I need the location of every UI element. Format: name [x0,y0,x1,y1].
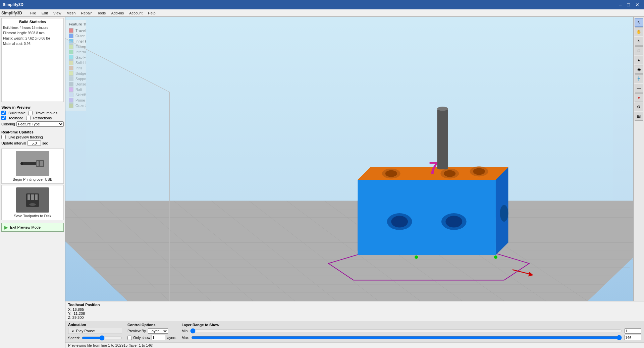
menu-file[interactable]: File [28,10,39,16]
menu-addins[interactable]: Add-Ins [108,10,126,16]
only-show-checkbox[interactable] [127,336,132,340]
bottom-panel: Toolhead Position X: 16.865 Y: -11.208 Z… [65,301,644,348]
toolhead-checkbox[interactable] [1,116,6,120]
min-spinbox[interactable] [625,328,641,334]
exit-preview-button[interactable]: ▶ Exit Preview Mode [1,223,64,232]
update-interval-label: Update interval [1,141,26,145]
minimize-button[interactable]: – [617,1,624,8]
travel-moves-checkbox[interactable] [28,111,33,115]
build-table-row: Build table Travel moves [1,111,64,115]
menu-tools[interactable]: Tools [95,10,109,16]
tool-settings[interactable]: ⚙ [635,103,643,111]
viewport-area: Preview Mode Feature Type Travel Outer P… [65,17,644,301]
retractions-checkbox[interactable] [26,116,31,120]
max-range-row: Max [182,335,641,340]
preview-by-row: Preview By Layer Feature [127,328,176,334]
svg-text:7: 7 [429,159,438,177]
toolhead-y: Y: -11.208 [68,311,641,315]
build-table-checkbox[interactable] [1,111,6,115]
window-controls: – □ ✕ [617,1,641,8]
svg-point-55 [473,168,485,175]
svg-rect-56 [437,109,448,169]
svg-rect-7 [31,194,34,200]
tool-line[interactable]: — [635,84,643,93]
realtime-updates-label: Real-time Updates [1,130,64,134]
toolhead-position-label: Toolhead Position [68,303,641,307]
svg-rect-2 [37,161,39,166]
layers-label: layers [166,336,176,340]
stat-filament: Filament length: 9398.8 mm [3,31,62,36]
menu-repair[interactable]: Repair [78,10,94,16]
close-button[interactable]: ✕ [633,1,641,8]
only-show-input[interactable] [152,335,165,340]
max-slider[interactable] [191,335,622,340]
menu-view[interactable]: View [51,10,64,16]
exit-preview-icon: ▶ [4,225,8,230]
tool-pan[interactable]: ✋ [635,27,643,36]
tool-view[interactable]: ▲ [635,56,643,64]
tool-box[interactable]: □ [635,46,643,55]
viewport[interactable]: Preview Mode Feature Type Travel Outer P… [65,17,633,301]
control-options-section: Control Options Preview By Layer Feature… [127,323,176,340]
show-in-preview-label: Show in Preview [1,105,64,109]
brand-label: Simplify3D [1,11,22,15]
tool-cross[interactable]: ╋ [635,74,643,83]
update-interval-input[interactable] [28,140,41,146]
only-show-label: Only show [133,336,150,340]
maximize-button[interactable]: □ [625,1,632,8]
coloring-row: Coloring Feature Type Speed Temperature [1,121,64,127]
svg-point-60 [494,255,497,259]
toolhead-row: Toolhead Retractions [1,116,64,120]
tool-grid[interactable]: ▦ [635,112,643,121]
svg-point-46 [391,216,408,228]
controls-row: Animation ⏯ Play Pause Speed: Control Op… [65,321,644,342]
realtime-updates-section: Real-time Updates Live preview tracking … [1,129,64,146]
menu-account[interactable]: Account [126,10,145,16]
menu-edit[interactable]: Edit [39,10,51,16]
toolhead-x: X: 16.865 [68,307,641,311]
play-pause-button[interactable]: ⏯ Play Pause [68,328,122,334]
update-interval-row: Update interval sec [1,140,64,146]
stat-build-time: Build time: 4 hours 15 minutes [3,25,62,31]
control-options-label: Control Options [127,323,176,327]
speed-slider[interactable] [82,335,122,341]
svg-point-4 [20,162,23,165]
play-pause-label: Play Pause [76,329,95,333]
live-preview-checkbox[interactable] [1,135,6,139]
max-spinbox[interactable] [625,335,641,340]
tool-measure[interactable]: ◉ [635,65,643,74]
tool-select[interactable]: ↖ [635,18,643,27]
svg-point-48 [445,216,462,228]
build-statistics-title: Build Statistics [3,20,62,24]
svg-marker-42 [358,180,496,255]
exit-preview-label: Exit Preview Mode [10,225,41,229]
tool-rotate[interactable]: ↻ [635,37,643,46]
preview-by-select[interactable]: Layer Feature [148,328,168,334]
preview-by-label: Preview By [127,329,146,333]
speed-row: Speed: [68,335,122,341]
svg-point-53 [444,170,455,177]
save-toolpaths-card[interactable]: Save Toolpaths to Disk [1,185,64,220]
min-label: Min [182,329,188,333]
max-label: Max [182,336,189,340]
menu-mesh[interactable]: Mesh [64,10,78,16]
svg-rect-6 [28,194,30,200]
svg-rect-8 [35,194,38,200]
tool-dot[interactable]: ● [635,93,643,102]
coloring-select[interactable]: Feature Type Speed Temperature [16,121,64,127]
svg-rect-3 [40,161,43,166]
retractions-label: Retractions [33,116,52,120]
min-slider[interactable] [190,328,622,334]
main-area: Build Statistics Build time: 4 hours 15 … [0,17,644,348]
play-icon: ⏯ [71,329,75,333]
only-show-row: Only show layers [127,335,176,340]
show-in-preview-section: Show in Preview Build table Travel moves… [1,103,64,127]
svg-point-9 [29,203,36,206]
speed-label: Speed: [68,336,80,340]
begin-printing-card[interactable]: Begin Printing over USB [1,149,64,184]
menu-help[interactable]: Help [145,10,158,16]
update-interval-unit: sec [42,141,48,145]
usb-image [16,151,49,176]
layer-range-section: Layer Range to Show Min Max [182,323,641,340]
travel-moves-label: Travel moves [35,111,57,115]
